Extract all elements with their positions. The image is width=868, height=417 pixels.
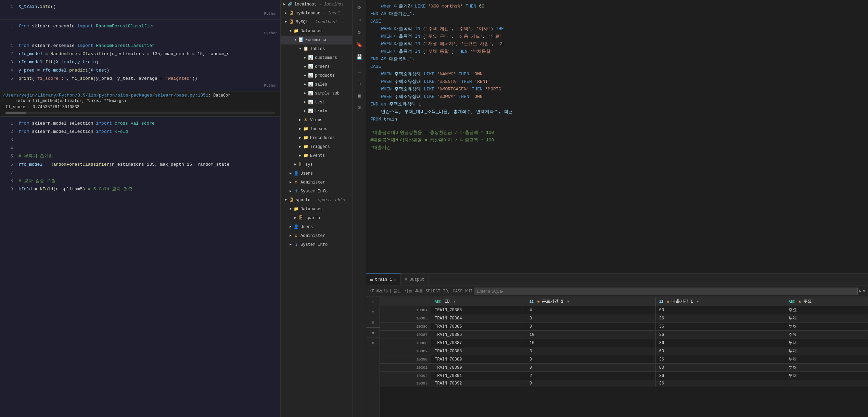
row-label-list[interactable]: ≡	[366, 307, 380, 317]
tree-item-localhost[interactable]: ▶ 🔗 localhost - localhos	[281, 0, 352, 9]
tree-arrow-icon: ▶	[293, 214, 298, 222]
extra-icon-1[interactable]: ⋯	[355, 67, 364, 77]
tree-item-events[interactable]: ▶ 📁 Events	[281, 151, 352, 160]
cell-extra: 부채	[785, 355, 868, 364]
extra-icon-3[interactable]: ▣	[355, 91, 364, 100]
tab-close-button[interactable]: ✕	[394, 278, 397, 282]
tree-item-subtitle: - local...	[320, 10, 347, 17]
settings-icon[interactable]: ⚙	[355, 27, 364, 37]
tree-arrow-icon: ▶	[288, 223, 293, 231]
events-icon: 📁	[303, 153, 309, 159]
result-table-area: ⊞ ≡ ⊟ ▣ ⊠ ABC ID ▼	[366, 297, 868, 417]
row-label-x[interactable]: ⊠	[366, 338, 380, 348]
tree-item-databases[interactable]: ▼ 📁 Databases	[281, 27, 352, 36]
grid-icon[interactable]: ⊞	[355, 15, 364, 25]
tree-item-mysql-users[interactable]: ▶ 👤 Users	[281, 169, 352, 178]
sort-icon[interactable]: ▼	[697, 300, 699, 304]
tree-arrow-icon: ▼	[288, 27, 293, 35]
tree-item-orders[interactable]: ▶ 📊 orders	[281, 62, 352, 71]
row-number: 10390	[380, 355, 431, 364]
col-header-근로기간[interactable]: 12 ◉ 근로기간_1 ▼	[526, 297, 656, 306]
tab-output[interactable]: ≡ Output	[401, 274, 429, 286]
table-icon: 📊	[307, 108, 314, 114]
col-type-label: 12	[529, 300, 534, 304]
scrollbar[interactable]	[5, 112, 275, 114]
table-icon: 📊	[307, 73, 314, 79]
tree-arrow-icon: ▶	[283, 10, 288, 17]
line-number: 5	[3, 153, 13, 160]
save-icon[interactable]: 💾	[355, 52, 364, 62]
result-data-table[interactable]: ABC ID ▼ 12 ◉ 근로기간_1 ▼ 12	[380, 297, 868, 417]
language-label: Python	[264, 31, 278, 35]
bookmark-icon[interactable]: 🔖	[355, 40, 364, 49]
code-content: from sklearn.model_selection import cros…	[18, 120, 155, 127]
sql-editor[interactable]: when 대출기간 LIKE '%60 months%' THEN 60 END…	[366, 0, 868, 273]
dropdown-arrow-icon: ▼	[863, 289, 865, 294]
tree-item-label: sales	[315, 81, 327, 88]
sql-input-field[interactable]	[474, 288, 857, 295]
sort-icon[interactable]: ▼	[454, 300, 456, 304]
tab-train[interactable]: ⊞ train 1 ✕	[366, 274, 401, 286]
tree-item-mysql-sysinfo[interactable]: ▶ ℹ System Info	[281, 187, 352, 196]
error-link[interactable]: /Users/yejin/Library/Python/3.9/lib/pyth…	[3, 93, 208, 98]
tree-item-train[interactable]: ▶ 📊 train	[281, 107, 352, 116]
extra-icon-2[interactable]: ⊟	[355, 79, 364, 89]
table-row: 10390 TRAIN_70389 0 36 부채	[380, 355, 868, 364]
tree-item-test[interactable]: ▶ 📊 test	[281, 98, 352, 107]
tree-arrow-icon: ▶	[303, 90, 307, 97]
tree-arrow-icon: ▼	[298, 45, 303, 53]
extra-icon-4[interactable]: ⊠	[355, 102, 364, 112]
tree-item-sparta-databases[interactable]: ▼ 📁 Databases	[281, 205, 352, 214]
cell-근로기간: 0	[526, 314, 656, 323]
tree-item-sales[interactable]: ▶ 📊 sales	[281, 80, 352, 89]
tree-item-label: Views	[310, 116, 322, 124]
cell-extra: 주요	[785, 331, 868, 339]
row-label-grid[interactable]: ⊞	[366, 297, 380, 307]
tree-item-ecommerce[interactable]: ▼ 📊 Ecommerce	[281, 36, 352, 45]
tree-item-tables[interactable]: ▼ 📋 Tables	[281, 45, 352, 53]
tree-item-sys[interactable]: ▶ 🗄 sys	[281, 160, 352, 169]
tree-item-sparta[interactable]: ▼ 🗄 sparta - sparta.cbts...	[281, 196, 352, 205]
line-number: 8	[3, 178, 13, 185]
table-icon: 📊	[307, 81, 314, 88]
tool-icon-strip: ⟳ ⊞ ⚙ 🔖 💾 ⋯ ⊟ ▣ ⊠	[353, 0, 366, 417]
code-line-3-4: 4 y_pred = rfc_model.predict(X_test)	[0, 66, 280, 75]
cell-extra: 부채	[785, 339, 868, 347]
sql-line: WHEN 대출목적 IN ('부채 통합') THEN '부채통합'	[370, 48, 864, 55]
cell-id: TRAIN_70386	[431, 331, 526, 339]
tree-item-subtitle: - localhos	[317, 1, 344, 8]
tree-item-subtitle: - localhost:...	[308, 18, 347, 26]
refresh-icon[interactable]: ⟳	[355, 3, 364, 12]
views-icon: 👁	[303, 117, 309, 123]
tree-item-mysql-administer[interactable]: ▶ ⚙ Administer	[281, 178, 352, 187]
tree-item-procedures[interactable]: ▶ 📁 Procedures	[281, 134, 352, 142]
sql-line: WHEN 주택소유상태 LIKE '%OWN%' THEN 'OWN'	[370, 93, 864, 101]
line-number: 1	[3, 3, 13, 10]
table-icon: 📊	[307, 99, 314, 105]
cell-근로기간: 0	[526, 355, 656, 364]
tree-item-customers[interactable]: ▶ 📊 customers	[281, 53, 352, 62]
code-block-2: 1 from sklearn.ensemble import RandomFor…	[0, 20, 280, 39]
tree-item-sparta-users[interactable]: ▶ 👤 Users	[281, 223, 352, 231]
line-number: 3	[3, 59, 13, 66]
sort-icon[interactable]: ▼	[567, 300, 569, 304]
cell-extra: 부채	[785, 314, 868, 323]
tree-item-sparta-admin[interactable]: ▶ ⚙ Administer	[281, 231, 352, 240]
tree-item-mysql[interactable]: ▼ 🗄 MySQL - localhost:...	[281, 18, 352, 27]
tree-item-sparta-db[interactable]: ▶ 🗄 sparta	[281, 214, 352, 223]
cell-근로기간: 0	[526, 380, 656, 387]
tree-item-triggers[interactable]: ▶ 📁 Triggers	[281, 142, 352, 151]
col-header-extra[interactable]: ABC ◉ 주요	[785, 297, 868, 306]
tree-item-sparta-sysinfo[interactable]: ▶ ℹ System Info	[281, 240, 352, 249]
row-label-box[interactable]: ▣	[366, 328, 380, 338]
tree-arrow-icon: ▶	[298, 143, 303, 151]
row-label-minus[interactable]: ⊟	[366, 317, 380, 328]
tree-item-views[interactable]: ▶ 👁 Views	[281, 116, 352, 125]
tree-item-products[interactable]: ▶ 📊 products	[281, 71, 352, 80]
tree-item-mydatabase[interactable]: ▶ 🗄 mydatabase - local...	[281, 9, 352, 18]
line-number: 3	[3, 137, 13, 143]
tree-item-indexes[interactable]: ▶ 📁 Indexes	[281, 125, 352, 134]
col-header-대출기간[interactable]: 12 ◉ 대출기간_1 ▼	[655, 297, 785, 306]
col-header-id[interactable]: ABC ID ▼	[431, 297, 526, 306]
tree-item-sample-sub[interactable]: ▶ 📊 sample_sub	[281, 89, 352, 98]
